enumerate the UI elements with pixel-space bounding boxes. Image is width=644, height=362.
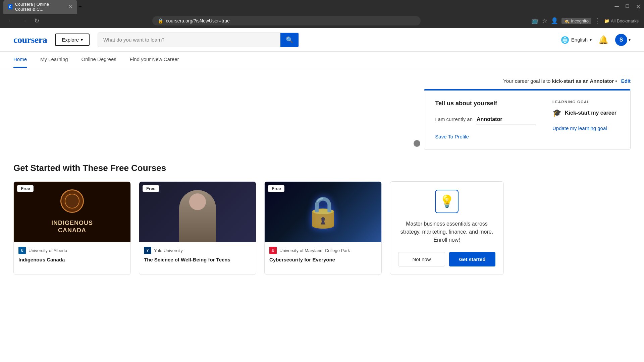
career-goal-prefix: Your career goal is to	[503, 78, 550, 84]
tab-favicon: C	[8, 4, 12, 9]
tell-us-label: I am currently an	[435, 116, 473, 122]
search-icon: 🔍	[286, 37, 293, 43]
free-courses-section: Get Started with These Free Courses Free…	[13, 163, 631, 275]
globe-icon: 🌐	[561, 36, 569, 44]
tab-my-learning[interactable]: My Learning	[40, 52, 68, 68]
browser-chrome: C Coursera | Online Courses & C... ✕ + ─…	[0, 0, 644, 28]
career-goal-bar: Your career goal is to kick-start as an …	[13, 78, 631, 84]
bookmarks-bar: 📁 All Bookmarks	[604, 18, 639, 23]
promo-widget: 💡 Master business essentials across stra…	[390, 181, 504, 275]
minimize-button[interactable]: ─	[615, 3, 619, 10]
course-title-1: Indigenous Canada	[18, 257, 126, 262]
course-title-3: Cybersecurity for Everyone	[269, 257, 377, 262]
profile-icon[interactable]: 👤	[551, 17, 558, 24]
free-courses-title: Get Started with These Free Courses	[13, 163, 631, 173]
tell-us-right: LEARNING GOAL 🎓 Kick-start my career Upd…	[552, 100, 620, 131]
user-menu[interactable]: S ▾	[615, 34, 631, 46]
back-button[interactable]: ←	[5, 16, 15, 26]
bulb-icon: 💡	[439, 194, 454, 208]
search-input[interactable]	[98, 34, 280, 46]
tell-us-card: Tell us about yourself I am currently an…	[424, 89, 631, 149]
explore-label: Explore	[62, 37, 79, 43]
university-name-3: University of Maryland, College Park	[279, 248, 350, 253]
explore-chevron-icon: ▾	[81, 38, 83, 42]
learning-goal-section-label: LEARNING GOAL	[552, 100, 620, 104]
university-name-2: Yale University	[154, 248, 183, 253]
header-right: 🌐 English ▾ 🔔 S ▾	[561, 34, 631, 46]
course-university-2: Y Yale University	[144, 247, 251, 254]
university-logo-maryland: U	[269, 247, 277, 254]
incognito-badge: 🕵 Incognito	[561, 18, 591, 24]
browser-tab-active[interactable]: C Coursera | Online Courses & C... ✕	[3, 0, 77, 14]
course-card-wellbeing[interactable]: Free Y Yale University The Science of We…	[139, 181, 256, 275]
coursera-header: coursera Explore ▾ 🔍 🌐 English ▾ 🔔 S ▾	[0, 28, 644, 52]
language-label: English	[571, 37, 588, 43]
career-goal-separator: •	[615, 78, 618, 84]
forward-button[interactable]: →	[19, 16, 29, 26]
course-info-1: U University of Alberta Indigenous Canad…	[14, 242, 130, 267]
course-card-indigenous-canada[interactable]: Free INDIGENOUSCANADA U University of Al…	[13, 181, 131, 275]
not-now-button[interactable]: Not now	[398, 252, 445, 266]
language-chevron-icon: ▾	[590, 38, 592, 42]
browser-tabs: C Coursera | Online Courses & C... ✕ +	[3, 0, 612, 14]
promo-icon-container: 💡	[435, 190, 459, 213]
main-content: Your career goal is to kick-start as an …	[0, 68, 644, 285]
nav-tabs: Home My Learning Online Degrees Find you…	[0, 52, 644, 68]
lock-cybersec-icon: 🔒	[304, 194, 342, 230]
window-controls: ─ □ ✕	[615, 3, 641, 10]
user-avatar: S	[615, 34, 627, 46]
free-badge-3: Free	[268, 185, 284, 192]
url-input[interactable]	[166, 18, 415, 23]
bookmark-icon[interactable]: ☆	[542, 17, 547, 24]
close-button[interactable]: ✕	[636, 3, 641, 10]
career-goal-edit-link[interactable]: Edit	[621, 78, 631, 84]
tab-find-career[interactable]: Find your New Career	[130, 52, 179, 68]
university-logo-alberta: U	[18, 247, 26, 254]
course-info-2: Y Yale University The Science of Well-Be…	[139, 242, 256, 267]
tell-us-title: Tell us about yourself	[435, 100, 536, 107]
menu-icon[interactable]: ⋮	[595, 17, 601, 24]
new-tab-button[interactable]: +	[78, 4, 82, 10]
save-to-profile-link[interactable]: Save To Profile	[435, 134, 469, 139]
coursera-logo[interactable]: coursera	[13, 35, 47, 45]
search-bar: 🔍	[98, 33, 299, 47]
indigenous-canada-text: INDIGENOUSCANADA	[51, 220, 93, 234]
courses-row: Free INDIGENOUSCANADA U University of Al…	[13, 181, 631, 275]
notification-bell[interactable]: 🔔	[598, 35, 608, 45]
browser-toolbar: ← → ↻ 🔒 📺 ☆ 👤 🕵 Incognito ⋮ 📁 All Bookma…	[0, 13, 644, 28]
promo-buttons: Not now Get started	[398, 252, 495, 266]
promo-description: Master business essentials across strate…	[398, 220, 495, 244]
free-badge-1: Free	[17, 185, 34, 192]
course-info-3: U University of Maryland, College Park C…	[265, 242, 381, 267]
goal-icon: 🎓	[552, 109, 561, 117]
university-name-1: University of Alberta	[29, 248, 67, 253]
browser-actions: 📺 ☆ 👤 🕵 Incognito ⋮	[531, 17, 601, 24]
tell-us-left: Tell us about yourself I am currently an…	[435, 100, 536, 140]
course-university-1: U University of Alberta	[18, 247, 126, 254]
language-selector[interactable]: 🌐 English ▾	[561, 36, 592, 44]
incognito-label: Incognito	[571, 18, 589, 23]
course-image-cybersec: Free 🔒	[265, 182, 381, 242]
incognito-icon: 🕵	[564, 18, 570, 23]
user-menu-chevron-icon: ▾	[629, 38, 631, 42]
learning-goal-item: 🎓 Kick-start my career	[552, 109, 620, 117]
browser-titlebar: C Coursera | Online Courses & C... ✕ + ─…	[0, 0, 644, 13]
tab-close-button[interactable]: ✕	[68, 4, 72, 9]
tab-online-degrees[interactable]: Online Degrees	[82, 52, 116, 68]
course-title-2: The Science of Well-Being for Teens	[144, 257, 251, 262]
update-learning-goal-link[interactable]: Update my learning goal	[552, 125, 607, 131]
get-started-button[interactable]: Get started	[449, 252, 495, 266]
cast-icon[interactable]: 📺	[531, 17, 539, 24]
tab-home[interactable]: Home	[13, 52, 27, 68]
refresh-button[interactable]: ↻	[32, 16, 41, 26]
university-logo-yale: Y	[144, 247, 151, 254]
role-input[interactable]	[476, 115, 536, 124]
explore-button[interactable]: Explore ▾	[55, 34, 90, 46]
maximize-button[interactable]: □	[626, 3, 629, 10]
course-image-indigenous: Free INDIGENOUSCANADA	[14, 182, 130, 242]
bookmarks-folder-icon: 📁	[604, 18, 609, 23]
search-button[interactable]: 🔍	[280, 33, 299, 47]
goal-text: Kick-start my career	[565, 110, 616, 116]
address-bar: 🔒	[152, 16, 421, 25]
course-card-cybersecurity[interactable]: Free 🔒 U University of Maryland, College…	[264, 181, 382, 275]
